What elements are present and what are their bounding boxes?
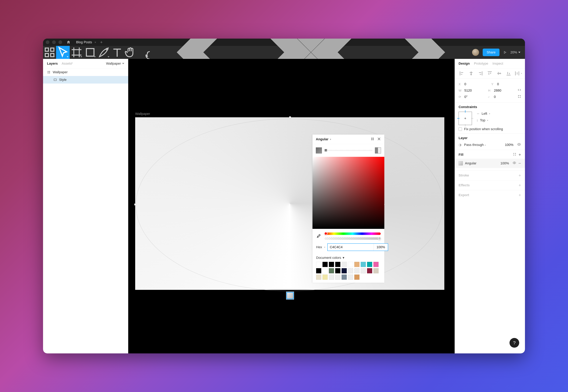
gradient-flip-button[interactable] — [375, 147, 381, 154]
stroke-section[interactable]: Stroke+ — [455, 170, 525, 181]
blend-mode-select[interactable]: Pass through ▾ — [464, 143, 503, 147]
distribute-icon[interactable]: ▾ — [514, 70, 522, 76]
comment-tool[interactable] — [137, 46, 150, 59]
color-swatch[interactable] — [329, 262, 334, 267]
color-swatch[interactable] — [354, 275, 359, 280]
share-button[interactable]: Share — [483, 49, 499, 56]
styles-icon[interactable] — [371, 137, 374, 141]
color-swatch[interactable] — [335, 275, 340, 280]
color-swatch[interactable] — [354, 268, 359, 273]
close-dot[interactable] — [46, 41, 49, 44]
close-icon[interactable] — [377, 137, 381, 141]
y-value[interactable]: 0 — [497, 82, 521, 86]
add-effect-icon[interactable]: + — [519, 183, 521, 188]
add-stroke-icon[interactable]: + — [519, 173, 521, 178]
h-value[interactable]: 2880 — [494, 88, 515, 93]
home-icon[interactable] — [66, 40, 71, 44]
color-swatch[interactable] — [342, 262, 347, 267]
color-swatch[interactable] — [329, 268, 334, 273]
main-menu-button[interactable] — [43, 46, 56, 59]
color-swatch[interactable] — [348, 275, 353, 280]
text-tool[interactable] — [111, 46, 124, 59]
hex-input[interactable] — [328, 244, 374, 251]
document-colors-label[interactable]: Document colors ▾ — [316, 256, 381, 260]
checkbox[interactable] — [459, 127, 462, 131]
file-tab[interactable]: Blog Posts × — [74, 39, 98, 45]
color-swatch[interactable] — [354, 262, 359, 267]
hue-knob[interactable] — [324, 232, 328, 235]
color-swatch[interactable] — [361, 268, 366, 273]
tab-inspect[interactable]: Inspect — [493, 62, 503, 66]
add-export-icon[interactable]: + — [519, 193, 521, 197]
hex-opacity-input[interactable] — [374, 244, 388, 251]
hex-label[interactable]: Hex — [316, 245, 322, 249]
align-left-icon[interactable] — [458, 70, 466, 76]
fill-opacity[interactable]: 100% — [500, 161, 509, 165]
visibility-icon[interactable] — [517, 142, 521, 147]
color-swatch[interactable] — [348, 262, 353, 267]
color-swatch[interactable] — [323, 262, 328, 267]
export-section[interactable]: Export+ — [455, 190, 525, 200]
avatar[interactable] — [472, 49, 479, 56]
move-tool[interactable] — [56, 46, 70, 59]
opacity-slider[interactable] — [325, 237, 381, 240]
color-swatch[interactable] — [367, 268, 372, 273]
visibility-icon[interactable] — [512, 161, 516, 166]
align-right-icon[interactable] — [476, 70, 484, 76]
independent-corners-icon[interactable] — [518, 95, 521, 99]
constraints-widget[interactable]: + — [459, 112, 472, 125]
present-icon[interactable] — [503, 51, 507, 54]
remove-fill-icon[interactable]: − — [518, 161, 521, 166]
link-dimensions-icon[interactable] — [518, 88, 521, 93]
align-bottom-icon[interactable] — [505, 70, 513, 76]
rotation-value[interactable]: 0° — [464, 95, 485, 99]
corner-value[interactable]: 0 — [494, 95, 515, 99]
color-swatch[interactable] — [342, 275, 347, 280]
canvas[interactable]: Wallpaper Angular ▾ — [128, 59, 455, 353]
gradient-swatch-button[interactable] — [316, 147, 322, 154]
saturation-value-area[interactable] — [313, 157, 384, 229]
layer-row-shape[interactable]: Style — [43, 76, 128, 84]
opacity-knob[interactable] — [378, 237, 381, 240]
frame-tool[interactable] — [70, 46, 83, 59]
effects-section[interactable]: Effects+ — [455, 181, 525, 190]
color-swatch[interactable] — [348, 268, 353, 273]
close-tab-icon[interactable]: × — [94, 41, 96, 44]
style-icon[interactable] — [513, 153, 516, 157]
hand-tool[interactable] — [124, 46, 137, 59]
x-value[interactable]: 0 — [464, 82, 488, 86]
constraint-v-select[interactable]: ↕ Top ▾ — [477, 118, 490, 122]
fill-preview-badge[interactable] — [286, 292, 294, 299]
color-swatch[interactable] — [316, 275, 321, 280]
fix-position-row[interactable]: Fix position when scrolling — [459, 125, 521, 131]
color-swatch[interactable] — [316, 268, 321, 273]
add-fill-icon[interactable]: + — [519, 152, 521, 157]
layer-row-frame[interactable]: Wallpaper — [43, 69, 128, 76]
frame-label[interactable]: Wallpaper — [135, 112, 150, 116]
fill-row[interactable]: Angular 100% − — [455, 159, 525, 168]
hue-slider[interactable] — [325, 233, 381, 235]
tab-prototype[interactable]: Prototype — [474, 62, 488, 66]
color-swatch[interactable] — [367, 262, 372, 267]
zoom-dot[interactable] — [59, 41, 62, 44]
add-tab-button[interactable]: + — [100, 40, 103, 45]
tab-design[interactable]: Design — [459, 62, 470, 66]
pen-tool[interactable] — [97, 46, 111, 59]
zoom-dropdown[interactable]: 20% — [510, 50, 520, 54]
align-top-icon[interactable] — [486, 70, 494, 76]
constraint-h-select[interactable]: ↔ Left ▾ — [477, 112, 490, 116]
color-swatch[interactable] — [374, 268, 379, 273]
color-swatch[interactable] — [342, 268, 347, 273]
color-swatch[interactable] — [316, 262, 321, 267]
minimize-dot[interactable] — [52, 41, 56, 44]
color-swatch[interactable] — [323, 275, 328, 280]
gradient-stop-handle[interactable] — [325, 149, 327, 152]
layers-tab[interactable]: Layers — [47, 62, 58, 66]
canvas-ellipse[interactable] — [136, 119, 443, 291]
assets-tab[interactable]: Assets• — [62, 62, 73, 66]
color-swatch[interactable] — [361, 262, 366, 267]
align-hcenter-icon[interactable] — [467, 70, 475, 76]
gradient-stops-slider[interactable] — [325, 150, 372, 151]
page-selector[interactable]: Wallpaper — [106, 62, 124, 66]
color-panel-title[interactable]: Angular — [316, 137, 329, 141]
